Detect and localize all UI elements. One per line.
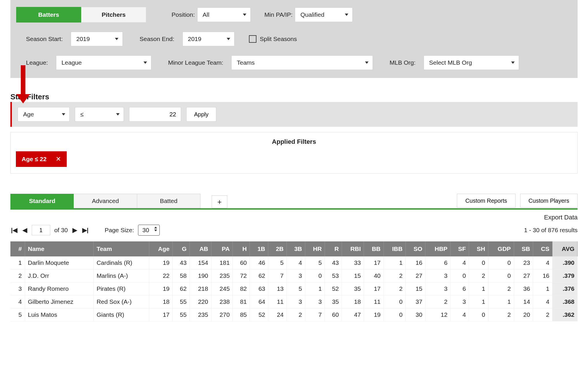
col-sf[interactable]: SF <box>451 241 469 256</box>
col-team[interactable]: Team <box>94 241 149 256</box>
col-gdp[interactable]: GDP <box>488 241 514 256</box>
stat-cell: 62 <box>172 282 189 295</box>
col-ab[interactable]: AB <box>190 241 211 256</box>
table-row: 3Randy RomeroPirates (R)1962218245826313… <box>10 282 578 295</box>
col-hbp[interactable]: HBP <box>425 241 451 256</box>
custom-reports-button[interactable]: Custom Reports <box>457 194 516 208</box>
col-h[interactable]: H <box>233 241 250 256</box>
stat-cell: 154 <box>190 256 211 269</box>
col-ibb[interactable]: IBB <box>384 241 405 256</box>
season-start-label: Season Start: <box>24 36 65 42</box>
stat-cell: 0 <box>384 308 405 321</box>
stat-cell: 1 <box>469 295 488 308</box>
col-2b[interactable]: 2B <box>268 241 287 256</box>
stat-cell: 17 <box>364 256 384 269</box>
position-label: Position: <box>169 11 197 18</box>
col-bb[interactable]: BB <box>364 241 384 256</box>
add-report-button[interactable]: + <box>212 195 227 208</box>
col-so[interactable]: SO <box>405 241 425 256</box>
col-name[interactable]: Name <box>25 241 94 256</box>
col-3b[interactable]: 3B <box>286 241 305 256</box>
stat-cell: 18 <box>149 295 173 308</box>
stat-cell: 46 <box>250 256 268 269</box>
stat-cell: 19 <box>149 256 173 269</box>
col-age[interactable]: Age <box>149 241 173 256</box>
col-avg[interactable]: AVG <box>552 241 578 256</box>
stat-cell: 0 <box>305 269 325 282</box>
close-icon[interactable]: ✕ <box>56 155 61 163</box>
stat-cell: 4 <box>533 295 552 308</box>
col-1b[interactable]: 1B <box>250 241 268 256</box>
page-size-value: 30 <box>142 227 149 234</box>
stat-cell: 43 <box>172 256 189 269</box>
season-end-select[interactable]: 2019 <box>183 32 235 46</box>
pager-first-button[interactable]: |◀ <box>10 227 18 234</box>
report-tab-batted[interactable]: Batted <box>137 194 200 208</box>
tab-pitchers[interactable]: Pitchers <box>81 7 146 23</box>
report-tabs-row: Standard Advanced Batted + Custom Report… <box>10 194 578 210</box>
player-link[interactable]: Luis Matos <box>28 311 57 318</box>
col-[interactable]: # <box>10 241 25 256</box>
player-name-cell: Randy Romero <box>25 282 94 295</box>
stat-value-input[interactable] <box>129 107 181 122</box>
stat-cell: 60 <box>233 256 250 269</box>
mlborg-select[interactable]: Select MLB Org <box>424 55 519 70</box>
col-rbi[interactable]: RBI <box>342 241 364 256</box>
col-sh[interactable]: SH <box>469 241 488 256</box>
page-size-select[interactable]: 30 <box>138 225 160 236</box>
split-seasons-checkbox[interactable] <box>249 35 256 43</box>
minor-team-select[interactable]: Teams <box>231 55 373 70</box>
chevron-down-icon <box>345 14 348 16</box>
col-hr[interactable]: HR <box>305 241 325 256</box>
stat-cell: 11 <box>364 295 384 308</box>
league-select[interactable]: League <box>56 55 151 70</box>
player-link[interactable]: Darlin Moquete <box>28 259 69 266</box>
player-link[interactable]: Randy Romero <box>28 285 69 292</box>
player-name-cell: Luis Matos <box>25 308 94 321</box>
stat-op-select[interactable]: ≤ <box>75 107 124 122</box>
pager-next-button[interactable]: ▶ <box>72 227 78 234</box>
position-select[interactable]: All <box>197 8 251 22</box>
stat-cell: 20 <box>514 308 533 321</box>
minpaip-select[interactable]: Qualified <box>295 8 353 22</box>
player-link[interactable]: J.D. Orr <box>28 272 49 279</box>
apply-button[interactable]: Apply <box>186 107 216 122</box>
mlborg-value: Select MLB Org <box>429 59 472 66</box>
league-label: League: <box>24 59 50 66</box>
stat-cell: 4 <box>451 308 469 321</box>
stat-cell: 13 <box>268 282 287 295</box>
stat-cell: 245 <box>211 282 233 295</box>
pager-last-button[interactable]: ▶| <box>82 227 89 234</box>
player-link[interactable]: Gilberto Jimenez <box>28 298 74 305</box>
stat-field-select[interactable]: Age <box>18 107 70 122</box>
filter-row-3: League: League Minor League Team: Teams … <box>16 55 572 70</box>
tab-batters[interactable]: Batters <box>16 7 81 23</box>
stat-cell: 6 <box>425 256 451 269</box>
stat-cell: 52 <box>325 282 342 295</box>
stat-cell: 1 <box>469 282 488 295</box>
report-tab-advanced[interactable]: Advanced <box>74 194 137 208</box>
stat-cell: 64 <box>250 295 268 308</box>
stat-cell: 238 <box>211 295 233 308</box>
stat-cell: 81 <box>233 295 250 308</box>
export-data-link[interactable]: Export Data <box>544 214 578 221</box>
stat-cell: 2 <box>384 282 405 295</box>
pager-prev-button[interactable]: ◀ <box>22 227 28 234</box>
report-tab-standard[interactable]: Standard <box>10 194 74 208</box>
stat-cell: 17 <box>364 282 384 295</box>
col-r[interactable]: R <box>325 241 342 256</box>
col-pa[interactable]: PA <box>211 241 233 256</box>
season-start-select[interactable]: 2019 <box>71 32 123 46</box>
col-sb[interactable]: SB <box>514 241 533 256</box>
stat-cell: .390 <box>552 256 578 269</box>
pager-page-input[interactable] <box>32 225 50 235</box>
stat-cell: 19 <box>364 308 384 321</box>
filter-chip[interactable]: Age ≤ 22 ✕ <box>16 151 67 167</box>
table-row: 1Darlin MoqueteCardinals (R)194315418160… <box>10 256 578 269</box>
custom-players-button[interactable]: Custom Players <box>520 194 578 208</box>
col-g[interactable]: G <box>172 241 189 256</box>
col-cs[interactable]: CS <box>533 241 552 256</box>
stat-cell: 53 <box>325 269 342 282</box>
stat-cell: 5 <box>305 256 325 269</box>
stat-cell: 55 <box>172 295 189 308</box>
